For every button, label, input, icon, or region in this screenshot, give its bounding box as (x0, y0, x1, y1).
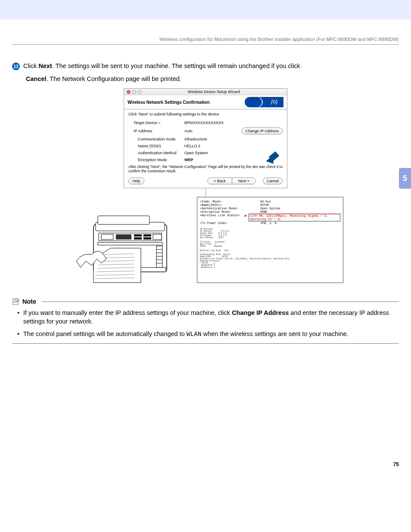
svg-rect-7 (134, 237, 142, 240)
next-button[interactable]: Next > (232, 178, 255, 184)
step-text-cont: Cancel. The Network Configuration page w… (26, 75, 399, 84)
auth-label: Authentication Method (128, 151, 184, 155)
minimize-icon[interactable] (132, 90, 136, 94)
comm-value: Infrastructure (184, 137, 207, 141)
step-13: 13 Click Next. The settings will be sent… (12, 62, 399, 71)
ssid-label: Name (SSID) (128, 144, 184, 148)
svg-rect-4 (101, 234, 113, 240)
enc-value: WEP (184, 158, 193, 162)
svg-rect-8 (143, 234, 151, 236)
change-ip-button[interactable]: Change IP Address (242, 128, 283, 134)
note-section: Note If you want to manually enter the I… (12, 298, 399, 344)
svg-rect-10 (153, 234, 162, 240)
running-header: Wireless configuration for Macintosh usi… (12, 37, 399, 42)
enc-label: Encryption Mode (128, 158, 184, 162)
page-number: 75 (393, 461, 399, 467)
target-value: BRNXXXXXXXXXXXX (184, 121, 224, 125)
step-number-badge: 13 (12, 62, 20, 70)
zoom-icon[interactable] (138, 90, 142, 94)
note-item-1: If you want to manually enter the IP add… (23, 309, 399, 326)
note-icon (12, 298, 20, 305)
svg-rect-2 (98, 216, 149, 224)
ip-label: IP Address (128, 129, 184, 133)
svg-rect-9 (143, 237, 151, 240)
header-rule (12, 44, 399, 45)
svg-rect-6 (134, 234, 142, 236)
comm-label: Communication mode (128, 137, 184, 141)
dialog-postnote: After clicking "Next", the "Network Conf… (128, 165, 283, 173)
close-icon[interactable] (127, 90, 131, 94)
chapter-tab: 5 (399, 168, 411, 189)
cancel-button[interactable]: Cancel (263, 177, 283, 184)
window-title: Wireless Device Setup Wizard (143, 90, 284, 94)
note-item-2: The control panel settings will be autom… (23, 330, 399, 339)
step-text: Click Next. The settings will be sent to… (23, 62, 300, 71)
top-bar (0, 0, 411, 19)
svg-rect-11 (98, 243, 162, 245)
note-title: Note (22, 298, 36, 305)
auth-value: Open System (184, 151, 208, 155)
dialog-titlebar: Wireless Device Setup Wizard (124, 89, 287, 95)
wifi-icon (245, 97, 283, 107)
target-label: Target Device = (128, 121, 184, 125)
link-status-highlight: Link OK, 11b(11Mbps), Receiving Signal =… (249, 214, 340, 221)
dialog-title: Wireless Network Settings Confirmation (128, 100, 210, 105)
back-button[interactable]: < Back (208, 178, 232, 184)
help-button[interactable]: Help (128, 177, 144, 184)
wizard-dialog: Wireless Device Setup Wizard Wireless Ne… (124, 88, 287, 188)
svg-rect-5 (116, 234, 131, 240)
ssid-value: HELLO 2 (184, 144, 200, 148)
printer-illustration (68, 203, 180, 289)
dialog-instruction: Click "Next" to submit following setting… (128, 112, 283, 116)
ip-value: Auto (184, 129, 193, 133)
config-printout: <Comm. Mode>Ad-hoc <Name(SSID)>SETUP <Au… (197, 197, 343, 283)
